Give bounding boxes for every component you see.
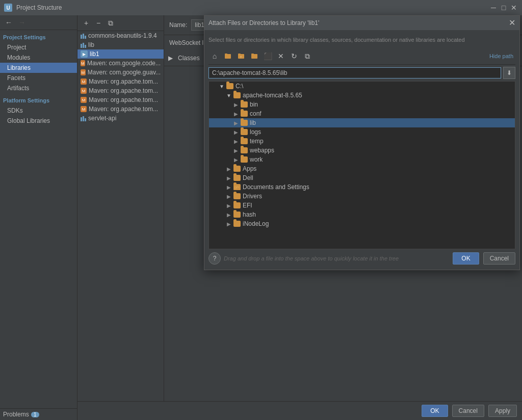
sidebar-item-facets[interactable]: Facets xyxy=(0,73,77,83)
copy-path-button[interactable]: ⧉ xyxy=(301,50,314,62)
svg-rect-1 xyxy=(225,54,227,55)
sidebar-item-global-libraries[interactable]: Global Libraries xyxy=(0,116,77,126)
expand-arrow[interactable]: ▶ xyxy=(168,55,173,62)
folder-icon xyxy=(241,138,248,144)
svg-rect-7 xyxy=(233,185,241,190)
lib-item-maven5[interactable]: M Maven: org.apache.tom... xyxy=(77,95,164,104)
maven-icon: M xyxy=(81,60,85,66)
tree-item-conf[interactable]: ▶ conf xyxy=(209,109,515,118)
lib-item-lib[interactable]: lib xyxy=(77,40,164,49)
tree-item-hash[interactable]: ▶ hash xyxy=(209,210,515,219)
expand-logs-icon: ▶ xyxy=(232,128,240,136)
lib-item-maven4[interactable]: M Maven: org.apache.tom... xyxy=(77,86,164,95)
file-tree[interactable]: ▼ C:\ ▼ apache-tomcat-8.5.65 ▶ bin ▶ con… xyxy=(208,81,515,249)
lib-item-maven1[interactable]: M Maven: com.google.code... xyxy=(77,59,164,68)
tree-label: Apps xyxy=(243,165,256,172)
tree-item-lib[interactable]: ▶ lib xyxy=(209,118,515,127)
clear-button[interactable]: ✕ xyxy=(275,50,287,62)
parent-folder-button[interactable]: ↑ xyxy=(235,50,247,62)
browse-button[interactable]: ⬇ xyxy=(503,67,515,79)
dialog-close-button[interactable]: ✕ xyxy=(509,19,515,27)
expand-apps-icon: ▶ xyxy=(225,165,232,172)
lib-item-maven3[interactable]: M Maven: org.apache.tom... xyxy=(77,77,164,86)
expand-work-icon: ▶ xyxy=(232,156,240,163)
dialog-title: Attach Files or Directories to Library '… xyxy=(208,19,319,27)
tree-label: Documents and Settings xyxy=(243,183,309,191)
folder-icon xyxy=(241,156,248,163)
expand-all-button[interactable] xyxy=(248,50,260,62)
tree-label: work xyxy=(250,156,263,163)
lib-item-maven2[interactable]: M Maven: com.google.guav... xyxy=(77,68,164,77)
expand-temp-icon: ▶ xyxy=(232,138,240,145)
help-button[interactable]: ? xyxy=(208,252,221,265)
dialog-footer: ? Drag and drop a file into the space ab… xyxy=(208,249,515,266)
library-list: commons-beanutils-1.9.4 lib ▶ lib1 xyxy=(77,31,164,133)
tree-item-bin[interactable]: ▶ bin xyxy=(209,100,515,109)
dialog-toolbar: ⌂ ↑ ⬛ ✕ ↻ xyxy=(208,48,515,65)
main-ok-button[interactable]: OK xyxy=(422,405,448,417)
add-library-button[interactable]: + xyxy=(81,17,92,29)
main-apply-button[interactable]: Apply xyxy=(488,405,517,417)
refresh-button[interactable]: ↻ xyxy=(288,50,300,62)
expand-docs-icon: ▶ xyxy=(225,183,232,191)
special-folder-icon xyxy=(233,184,241,190)
lib-item-servlet[interactable]: servlet-api xyxy=(77,114,164,123)
expand-efi-icon: ▶ xyxy=(225,202,232,209)
sidebar-item-artifacts[interactable]: Artifacts xyxy=(0,83,77,93)
tree-label: C:\ xyxy=(236,83,243,90)
tree-item-drivers[interactable]: ▶ Drivers xyxy=(209,192,515,201)
maximize-button[interactable]: □ xyxy=(500,4,508,12)
lib-item-maven6[interactable]: M Maven: org.apache.tom... xyxy=(77,104,164,114)
tree-item-efi[interactable]: ▶ EFI xyxy=(209,201,515,210)
tree-label: Drivers xyxy=(243,193,262,200)
expand-bin-icon: ▶ xyxy=(232,101,240,108)
folder-icon xyxy=(233,166,241,172)
tree-item-webapps[interactable]: ▶ webapps xyxy=(209,146,515,155)
collapse-button[interactable]: ⬛ xyxy=(262,50,274,62)
drag-hint: Drag and drop a file into the space abov… xyxy=(224,255,399,261)
tree-item-logs[interactable]: ▶ logs xyxy=(209,127,515,137)
library-bars-icon xyxy=(81,33,86,39)
lib-item-commons[interactable]: commons-beanutils-1.9.4 xyxy=(77,31,164,40)
svg-rect-8 xyxy=(233,184,237,186)
back-button[interactable]: ← xyxy=(3,17,14,28)
tree-label: conf xyxy=(250,110,262,117)
svg-rect-0 xyxy=(225,54,231,59)
tree-item-tomcat[interactable]: ▼ apache-tomcat-8.5.65 xyxy=(209,91,515,100)
expand-lib-icon: ▶ xyxy=(232,119,240,126)
home-button[interactable]: ⌂ xyxy=(208,50,221,62)
tree-item-work[interactable]: ▶ work xyxy=(209,155,515,164)
sidebar-item-libraries[interactable]: Libraries xyxy=(0,63,77,73)
dialog-ok-button[interactable]: OK xyxy=(453,252,479,265)
main-cancel-button[interactable]: Cancel xyxy=(452,405,484,417)
sidebar-item-modules[interactable]: Modules xyxy=(0,52,77,63)
minimize-button[interactable]: ─ xyxy=(489,4,498,12)
maven-icon: M xyxy=(81,97,87,103)
forward-button[interactable]: → xyxy=(16,17,28,28)
sidebar-item-problems[interactable]: Problems 1 xyxy=(3,411,39,418)
tree-item-documents-and-settings[interactable]: ▶ Documents and Settings xyxy=(209,182,515,192)
tree-item-c[interactable]: ▼ C:\ xyxy=(209,82,515,91)
title-bar-controls: ─ □ ✕ xyxy=(489,4,518,12)
sidebar-item-project[interactable]: Project xyxy=(0,42,77,52)
tree-item-dell[interactable]: ▶ Dell xyxy=(209,173,515,182)
expand-inodelog-icon: ▶ xyxy=(225,220,232,227)
tree-item-inodelog[interactable]: ▶ iNodeLog xyxy=(209,219,515,228)
close-button[interactable]: ✕ xyxy=(510,4,518,12)
maven-icon: M xyxy=(81,88,87,94)
remove-library-button[interactable]: − xyxy=(93,17,104,29)
hide-path-button[interactable]: Hide path xyxy=(487,53,515,59)
copy-library-button[interactable]: ⧉ xyxy=(105,17,116,29)
path-input[interactable] xyxy=(208,67,501,78)
lib-item-lib1[interactable]: ▶ lib1 xyxy=(77,49,164,59)
sidebar-item-sdks[interactable]: SDKs xyxy=(0,106,77,116)
folder-icon xyxy=(233,193,241,199)
tree-item-temp[interactable]: ▶ temp xyxy=(209,137,515,146)
expand-tomcat-icon: ▼ xyxy=(225,92,232,99)
maven-icon: M xyxy=(81,69,86,75)
dialog-cancel-button[interactable]: Cancel xyxy=(483,252,515,265)
library-toolbar: + − ⧉ xyxy=(77,15,164,31)
tree-item-apps[interactable]: ▶ Apps xyxy=(209,164,515,173)
new-folder-button[interactable] xyxy=(222,50,234,62)
dialog-hint: Select files or directories in which lib… xyxy=(208,34,515,48)
